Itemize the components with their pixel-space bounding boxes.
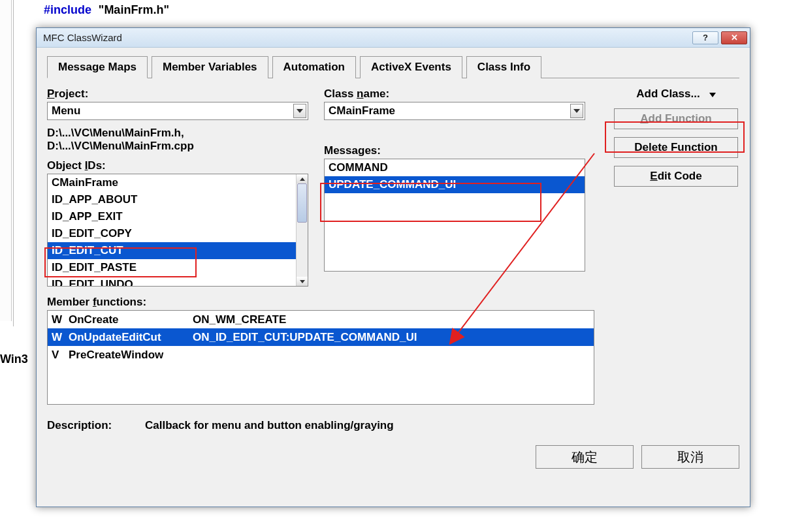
file-path: D:\...\VC\Menu\MainFrm.h, D:\...\VC\Menu…: [47, 127, 308, 153]
project-label: Project:: [47, 87, 308, 101]
classname-combo[interactable]: CMainFrame: [324, 102, 585, 120]
list-item[interactable]: ID_APP_ABOUT: [48, 191, 308, 208]
window-title: MFC ClassWizard: [43, 32, 122, 43]
tab-bar: Message Maps Member Variables Automation…: [47, 55, 739, 78]
list-item[interactable]: ID_EDIT_CUT: [48, 242, 308, 259]
list-item[interactable]: ID_EDIT_UNDO: [48, 276, 308, 287]
chevron-down-icon[interactable]: [570, 104, 583, 118]
scroll-down-icon[interactable]: [297, 277, 308, 286]
code-keyword: #include: [44, 3, 91, 16]
chevron-down-icon[interactable]: [293, 104, 306, 118]
delete-function-button[interactable]: Delete Function: [614, 137, 738, 158]
description-row: Description: Callback for menu and butto…: [47, 419, 739, 432]
classwizard-dialog: MFC ClassWizard ? ✕ Message Maps Member …: [36, 27, 750, 507]
scrollbar[interactable]: [296, 174, 308, 286]
list-item[interactable]: UPDATE_COMMAND_UI: [325, 176, 585, 193]
project-value: Menu: [52, 104, 80, 117]
close-button[interactable]: ✕: [721, 31, 747, 44]
messages-label: Messages:: [324, 144, 585, 157]
code-line: #include "MainFrm.h": [44, 3, 169, 17]
background-text: Win3: [0, 352, 28, 366]
classname-value: CMainFrame: [329, 104, 395, 117]
table-row[interactable]: W OnCreate ON_WM_CREATE: [48, 311, 594, 328]
tab-automation[interactable]: Automation: [272, 56, 356, 78]
memberfns-label: Member functions:: [47, 296, 739, 309]
list-item[interactable]: ID_EDIT_COPY: [48, 225, 308, 242]
description-label: Description:: [47, 419, 145, 432]
list-item[interactable]: CMainFrame: [48, 174, 308, 191]
chevron-down-icon: [709, 87, 716, 101]
table-row[interactable]: W OnUpdateEditCut ON_ID_EDIT_CUT:UPDATE_…: [48, 328, 594, 346]
messages-listbox[interactable]: COMMAND UPDATE_COMMAND_UI: [324, 159, 585, 272]
tab-member-variables[interactable]: Member Variables: [152, 56, 268, 78]
scroll-up-icon[interactable]: [297, 174, 308, 183]
list-item[interactable]: COMMAND: [325, 159, 585, 176]
tab-message-maps[interactable]: Message Maps: [47, 56, 148, 78]
scroll-thumb[interactable]: [297, 183, 307, 223]
list-item[interactable]: ID_EDIT_PASTE: [48, 259, 308, 276]
editor-splitter: [10, 0, 14, 326]
edit-code-button[interactable]: Edit Code: [614, 166, 738, 187]
code-filename: "MainFrm.h": [99, 3, 169, 16]
description-text: Callback for menu and button enabling/gr…: [145, 419, 394, 432]
memberfns-listbox[interactable]: W OnCreate ON_WM_CREATE W OnUpdateEditCu…: [47, 310, 594, 405]
objectids-listbox[interactable]: CMainFrame ID_APP_ABOUT ID_APP_EXIT ID_E…: [47, 174, 308, 287]
objectids-label: Object IDs:: [47, 159, 308, 172]
tab-class-info[interactable]: Class Info: [466, 56, 541, 78]
table-row[interactable]: V PreCreateWindow: [48, 346, 594, 364]
tab-activex-events[interactable]: ActiveX Events: [360, 56, 462, 78]
list-item[interactable]: ID_APP_EXIT: [48, 208, 308, 225]
help-button[interactable]: ?: [692, 31, 718, 44]
project-combo[interactable]: Menu: [47, 102, 308, 120]
ok-button[interactable]: 确定: [536, 445, 634, 469]
cancel-button[interactable]: 取消: [641, 445, 739, 469]
classname-label: Class name:: [324, 87, 585, 101]
add-class-button[interactable]: Add Class...: [614, 87, 738, 101]
titlebar[interactable]: MFC ClassWizard ? ✕: [37, 28, 750, 48]
add-function-button[interactable]: Add Function: [614, 108, 738, 129]
